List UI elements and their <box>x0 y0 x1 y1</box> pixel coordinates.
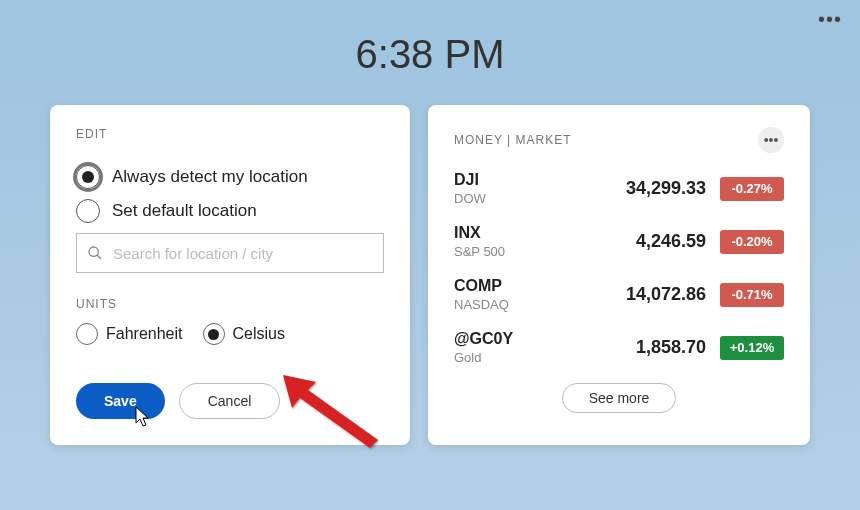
ticker-row[interactable]: COMPNASDAQ14,072.86-0.71% <box>454 277 784 312</box>
page-more-icon[interactable]: ••• <box>818 8 842 31</box>
unit-fahrenheit[interactable]: Fahrenheit <box>76 323 183 345</box>
radio-label: Always detect my location <box>112 167 308 187</box>
units-heading: UNITS <box>76 297 384 311</box>
ticker-symbol: @GC0Y <box>454 330 636 348</box>
money-card: MONEY | MARKET ••• DJIDOW34,299.33-0.27%… <box>428 105 810 445</box>
edit-card: EDIT Always detect my location Set defau… <box>50 105 410 445</box>
save-button[interactable]: Save <box>76 383 165 419</box>
ticker-change: -0.20% <box>720 230 784 254</box>
money-heading: MONEY | MARKET <box>454 133 572 147</box>
money-more-icon[interactable]: ••• <box>758 127 784 153</box>
ticker-price: 14,072.86 <box>626 284 706 305</box>
ticker-name: DOW <box>454 191 626 206</box>
ticker-price: 4,246.59 <box>636 231 706 252</box>
radio-label: Set default location <box>112 201 257 221</box>
unit-celsius[interactable]: Celsius <box>203 323 285 345</box>
cancel-button[interactable]: Cancel <box>179 383 281 419</box>
ticker-symbol: COMP <box>454 277 626 295</box>
unit-label: Fahrenheit <box>106 325 183 343</box>
location-search[interactable] <box>76 233 384 273</box>
svg-line-1 <box>97 255 101 259</box>
radio-set-default[interactable]: Set default location <box>76 199 384 223</box>
ticker-symbol: DJI <box>454 171 626 189</box>
ticker-name: S&P 500 <box>454 244 636 259</box>
ticker-price: 34,299.33 <box>626 178 706 199</box>
location-search-input[interactable] <box>113 245 373 262</box>
ticker-name: NASDAQ <box>454 297 626 312</box>
ticker-row[interactable]: DJIDOW34,299.33-0.27% <box>454 171 784 206</box>
clock-time: 6:38 PM <box>0 32 860 77</box>
search-icon <box>87 245 103 261</box>
ticker-price: 1,858.70 <box>636 337 706 358</box>
ticker-change: -0.71% <box>720 283 784 307</box>
svg-point-0 <box>89 247 98 256</box>
ticker-change: +0.12% <box>720 336 784 360</box>
radio-icon <box>76 165 100 189</box>
see-more-button[interactable]: See more <box>562 383 677 413</box>
ticker-symbol: INX <box>454 224 636 242</box>
ticker-row[interactable]: @GC0YGold1,858.70+0.12% <box>454 330 784 365</box>
radio-icon <box>203 323 225 345</box>
radio-icon <box>76 199 100 223</box>
unit-label: Celsius <box>233 325 285 343</box>
edit-heading: EDIT <box>76 127 384 141</box>
radio-icon <box>76 323 98 345</box>
radio-always-detect[interactable]: Always detect my location <box>76 165 384 189</box>
ticker-name: Gold <box>454 350 636 365</box>
ticker-change: -0.27% <box>720 177 784 201</box>
ticker-row[interactable]: INXS&P 5004,246.59-0.20% <box>454 224 784 259</box>
